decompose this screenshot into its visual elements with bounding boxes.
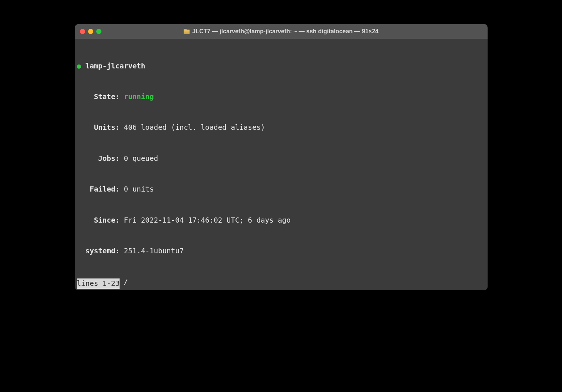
folder-icon: [184, 29, 190, 34]
titlebar[interactable]: JLCT7 — jlcarveth@lamp-jlcarveth: ~ — ss…: [75, 24, 488, 39]
minimize-button[interactable]: [88, 29, 93, 34]
status-line-failed: Failed: 0 units: [77, 184, 485, 195]
status-line-units: Units: 406 loaded (incl. loaded aliases): [77, 122, 485, 133]
status-line-jobs: Jobs: 0 queued: [77, 153, 485, 164]
traffic-lights: [80, 29, 101, 34]
pager-status: lines 1-23: [77, 278, 120, 289]
status-bullet-icon: ●: [77, 62, 81, 70]
hostname: lamp-jlcarveth: [86, 62, 145, 70]
status-line-cgroup: CGroup: /: [77, 277, 485, 287]
status-line-systemd: systemd: 251.4-1ubuntu7: [77, 246, 485, 256]
state-value: running: [124, 92, 154, 101]
zoom-button[interactable]: [96, 29, 101, 34]
status-line-host: ● lamp-jlcarveth: [77, 61, 485, 71]
status-line-since: Since: Fri 2022-11-04 17:46:02 UTC; 6 da…: [77, 215, 485, 226]
close-button[interactable]: [80, 29, 85, 34]
status-line-state: State: running: [77, 92, 485, 102]
window-title: JLCT7 — jlcarveth@lamp-jlcarveth: ~ — ss…: [193, 28, 379, 35]
terminal-window: JLCT7 — jlcarveth@lamp-jlcarveth: ~ — ss…: [75, 24, 488, 290]
terminal-content[interactable]: ● lamp-jlcarveth State: running Units: 4…: [75, 39, 488, 290]
title-wrap: JLCT7 — jlcarveth@lamp-jlcarveth: ~ — ss…: [75, 28, 488, 35]
